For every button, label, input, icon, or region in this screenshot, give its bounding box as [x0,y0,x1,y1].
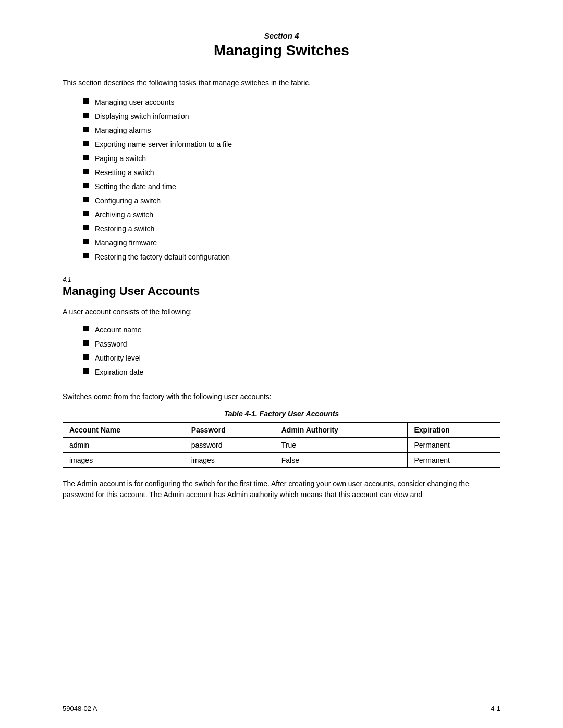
list-item: Resetting a switch [83,167,500,178]
bullet-list: Managing user accounts Displaying switch… [83,97,500,266]
section-label: Section 4 [63,31,500,40]
bullet-icon [83,183,89,188]
cell-account-name-2: images [63,453,185,468]
list-item: Restoring a switch [83,224,500,235]
bullet-icon [83,354,89,360]
bullet-icon [83,253,89,258]
intro-text: This section describes the following tas… [63,78,500,89]
factory-user-accounts-table: Account Name Password Admin Authority Ex… [63,422,500,468]
bullet-icon [83,127,89,132]
cell-expiration-1: Permanent [408,438,500,453]
subsection-title: Managing User Accounts [63,285,500,298]
list-item: Restoring the factory default configurat… [83,252,500,263]
cell-password-2: images [185,453,275,468]
list-item: Displaying switch information [83,111,500,122]
list-item: Configuring a switch [83,195,500,206]
bullet-icon [83,211,89,216]
subsection-number: 4.1 [63,276,500,283]
table-row: images images False Permanent [63,453,500,468]
cell-admin-authority-2: False [275,453,408,468]
cell-password-1: password [185,438,275,453]
table-header-row: Account Name Password Admin Authority Ex… [63,423,500,438]
footer-left: 59048-02 A [63,705,97,712]
col-header-admin-authority: Admin Authority [275,423,408,438]
col-header-password: Password [185,423,275,438]
list-item: Account name [83,325,500,336]
list-item: Authority level [83,353,500,364]
list-item: Password [83,339,500,350]
bullet-icon [83,98,89,104]
table-row: admin password True Permanent [63,438,500,453]
bullet-icon [83,326,89,331]
list-item: Expiration date [83,367,500,378]
list-item: Setting the date and time [83,181,500,192]
page-footer: 59048-02 A 4-1 [63,700,500,712]
col-header-expiration: Expiration [408,423,500,438]
cell-admin-authority-1: True [275,438,408,453]
list-item: Managing alarms [83,125,500,136]
bullet-icon [83,368,89,374]
bullet-icon [83,225,89,230]
bullet-icon [83,141,89,146]
account-bullet-list: Account name Password Authority level Ex… [83,325,500,381]
bullet-icon [83,155,89,160]
subsection-intro: A user account consists of the following… [63,306,500,317]
bullet-icon [83,113,89,118]
list-item: Managing firmware [83,238,500,249]
list-item: Paging a switch [83,153,500,164]
list-item: Archiving a switch [83,209,500,220]
col-header-account-name: Account Name [63,423,185,438]
bullet-icon [83,239,89,244]
table-title: Table 4-1. Factory User Accounts [63,410,500,418]
closing-text: The Admin account is for configuring the… [63,478,500,500]
cell-account-name-1: admin [63,438,185,453]
list-item: Exporting name server information to a f… [83,139,500,150]
bullet-icon [83,169,89,174]
cell-expiration-2: Permanent [408,453,500,468]
page-container: Section 4 Managing Switches This section… [0,0,563,728]
page-title: Managing Switches [63,42,500,59]
factory-text: Switches come from the factory with the … [63,391,500,402]
list-item: Managing user accounts [83,97,500,108]
footer-right: 4-1 [491,705,500,712]
bullet-icon [83,197,89,202]
bullet-icon [83,340,89,346]
